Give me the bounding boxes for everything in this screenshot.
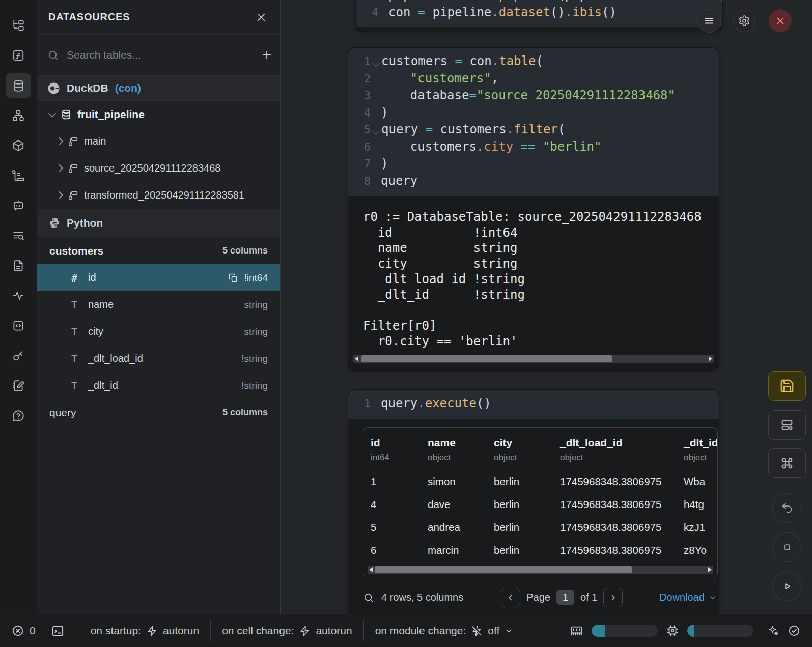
tree-database-fruit-pipeline[interactable]: fruit_pipeline: [37, 101, 280, 128]
command-palette-button[interactable]: [768, 448, 806, 478]
save-icon: [779, 378, 795, 393]
snippets-icon[interactable]: [6, 314, 31, 338]
tree-schema-source[interactable]: source_202504291112283468: [37, 155, 280, 182]
download-link[interactable]: Download: [659, 592, 717, 603]
scratchpad-icon[interactable]: [6, 374, 31, 398]
copy-icon[interactable]: [228, 273, 238, 283]
table-cell: berlin: [487, 521, 553, 533]
secrets-icon[interactable]: [6, 344, 31, 368]
schema-icon: [68, 136, 78, 147]
panel-header: DATASOURCES: [37, 0, 280, 35]
table-row[interactable]: 5andreaberlin1745968348.3806975kzJ1: [363, 516, 717, 539]
section-python[interactable]: Python: [37, 209, 280, 237]
shutdown-button[interactable]: [769, 9, 792, 32]
column-header-_dlt_id[interactable]: _dlt_idobject: [677, 428, 718, 470]
scroll-left-icon[interactable]: [369, 567, 373, 572]
table-cell: 1745968348.3806975: [553, 475, 677, 488]
layout-icon: [780, 418, 794, 432]
zap-icon: [299, 625, 311, 637]
packages-icon[interactable]: [6, 133, 31, 158]
column-row-id[interactable]: # id !int64: [37, 264, 280, 291]
on-startup-toggle[interactable]: on startup: autorun: [91, 625, 199, 637]
undo-icon: [780, 501, 794, 515]
column-header-id[interactable]: idint64: [363, 428, 421, 470]
terminal-button[interactable]: [51, 624, 65, 638]
tracing-icon[interactable]: [6, 284, 31, 308]
table-row[interactable]: 6marcinberlin1745968348.3806975z8Yo: [363, 539, 717, 561]
output-horizontal-scrollbar[interactable]: [353, 355, 714, 363]
scrollbar-thumb[interactable]: [375, 566, 632, 573]
error-count[interactable]: 0: [11, 624, 36, 637]
datasources-icon[interactable]: [6, 73, 31, 98]
on-cell-change-toggle[interactable]: on cell change: autorun: [222, 625, 352, 637]
undo-button[interactable]: [772, 493, 802, 523]
code-line: 4con = pipeline.dataset().ibis(): [356, 4, 722, 21]
table-horizontal-scrollbar[interactable]: [368, 566, 713, 574]
add-datasource-button[interactable]: [253, 35, 280, 75]
cell-actions-toolbar: [768, 371, 806, 611]
ai-assistant-button[interactable]: [767, 625, 779, 637]
table-cell: 4: [363, 498, 421, 511]
layout-button[interactable]: [768, 410, 806, 440]
run-button[interactable]: [772, 572, 802, 601]
scroll-left-icon[interactable]: [355, 356, 358, 361]
column-row-dlt-load-id[interactable]: T _dlt_load_id !string: [37, 345, 280, 372]
code-cell-1[interactable]: 1customers = con.table(2 "customers",3 d…: [348, 48, 719, 370]
tree-schema-transformed[interactable]: transformed_202504291112283581: [37, 182, 280, 209]
ai-chat-icon[interactable]: [6, 193, 31, 218]
sparkles-icon: [767, 625, 779, 637]
separator: [210, 620, 211, 641]
tree-schema-main[interactable]: main: [37, 128, 280, 155]
connection-duckdb[interactable]: DuckDB (con): [37, 76, 280, 101]
scroll-right-icon[interactable]: [709, 356, 712, 361]
dependencies-icon[interactable]: [6, 103, 31, 128]
table-row[interactable]: 1simonberlin1745968348.3806975Wba: [363, 470, 717, 493]
previous-page-button[interactable]: [501, 588, 520, 607]
line-number: 2: [348, 71, 371, 88]
code-cell-partial[interactable]: 3pipeline = dlt.pipeline(pipeline_name="…: [356, 0, 722, 32]
stop-button[interactable]: [772, 532, 802, 562]
close-panel-icon[interactable]: [256, 12, 267, 23]
column-header-name[interactable]: nameobject: [421, 428, 487, 470]
code-line: 8query: [348, 173, 719, 190]
connection-status-button[interactable]: [788, 624, 801, 637]
column-header-city[interactable]: cityobject: [487, 428, 553, 470]
documentation-icon[interactable]: [6, 254, 31, 278]
page-number[interactable]: 1: [556, 590, 574, 605]
circle-x-icon: [11, 624, 24, 637]
settings-button[interactable]: [733, 10, 755, 32]
table-group-customers[interactable]: customers 5 columns: [37, 237, 280, 264]
file-tree-icon[interactable]: [6, 13, 31, 38]
fold-chevron-icon[interactable]: [372, 127, 380, 135]
cpu-usage-bar: [687, 625, 753, 637]
table-group-query[interactable]: query 5 columns: [37, 399, 280, 426]
table-cell: dave: [421, 498, 487, 511]
scrollbar-thumb[interactable]: [361, 355, 612, 362]
scroll-right-icon[interactable]: [708, 567, 712, 572]
table-cell: 1: [363, 475, 421, 488]
column-row-dlt-id[interactable]: T _dlt_id !string: [37, 372, 280, 399]
find-icon[interactable]: [6, 223, 31, 248]
column-row-name[interactable]: T name string: [37, 291, 280, 318]
code-line: 1query.execute(): [348, 395, 719, 412]
menu-button[interactable]: [697, 9, 721, 33]
logs-icon[interactable]: [6, 163, 31, 188]
panel-title: DATASOURCES: [48, 11, 130, 23]
search-input[interactable]: Search tables...: [37, 35, 253, 75]
code-line: 2 "customers",: [348, 70, 719, 88]
functions-icon[interactable]: [6, 43, 31, 68]
help-icon[interactable]: [6, 404, 31, 428]
fold-chevron-icon[interactable]: [372, 59, 380, 67]
column-type: !string: [241, 353, 268, 364]
column-row-city[interactable]: T city string: [37, 318, 280, 345]
next-page-button[interactable]: [603, 588, 623, 607]
table-row[interactable]: 4daveberlin1745968348.3806975h4tg: [363, 493, 717, 516]
text-type-icon: T: [69, 380, 80, 392]
code-cell-2[interactable]: 1query.execute() idint64nameobjectcityob…: [348, 390, 719, 614]
play-icon: [780, 580, 794, 593]
on-module-change-toggle[interactable]: on module change: off: [375, 625, 514, 637]
save-button[interactable]: [768, 371, 806, 401]
table-search-icon[interactable]: [363, 592, 374, 603]
python-section-label: Python: [67, 217, 103, 229]
column-header-_dlt_load_id[interactable]: _dlt_load_idobject: [553, 428, 677, 470]
